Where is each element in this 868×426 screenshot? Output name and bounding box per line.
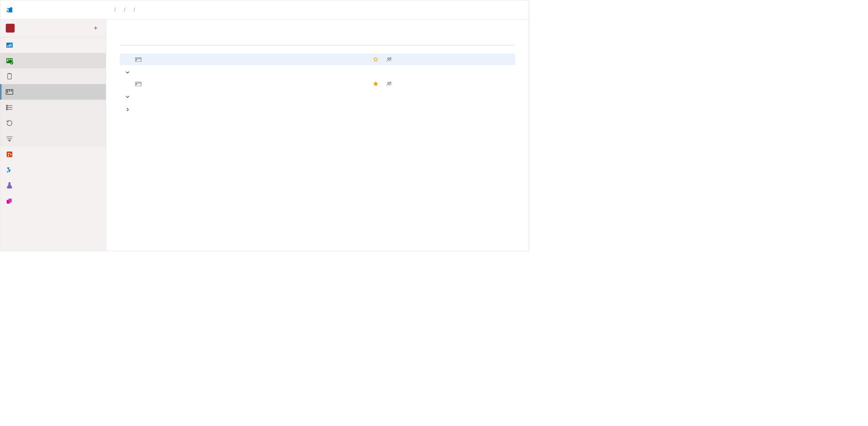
pipelines-icon xyxy=(6,166,13,174)
team-icon xyxy=(386,81,392,87)
board-icon xyxy=(135,57,141,62)
chevron-down-icon xyxy=(125,94,130,99)
sidebar-sub-backlogs[interactable] xyxy=(0,100,106,115)
sidebar-sub-boards[interactable] xyxy=(0,84,106,100)
sidebar-item-boards[interactable] xyxy=(0,53,106,69)
columns-header xyxy=(120,40,515,45)
board-row[interactable] xyxy=(120,54,515,65)
top-header: / / / xyxy=(0,0,529,19)
overview-icon xyxy=(6,41,13,49)
star-icon[interactable] xyxy=(373,81,379,87)
repos-icon xyxy=(6,151,13,158)
breadcrumb: / / / xyxy=(110,7,139,13)
main-content xyxy=(106,19,529,251)
artifacts-icon xyxy=(6,197,13,205)
sidebar-item-pipelines[interactable] xyxy=(0,162,106,178)
breadcrumb-sep: / xyxy=(114,7,116,13)
chevron-right-icon xyxy=(125,107,130,112)
backlogs-icon xyxy=(6,104,13,111)
section-favorites[interactable] xyxy=(120,65,515,78)
boards-sub-nav xyxy=(0,69,106,147)
section-all-boards[interactable] xyxy=(120,102,515,115)
star-icon[interactable] xyxy=(373,56,379,62)
sidebar: + xyxy=(0,19,106,251)
testplans-icon xyxy=(6,182,13,189)
sidebar-item-repos[interactable] xyxy=(0,147,106,162)
azure-devops-logo-icon[interactable] xyxy=(6,6,13,14)
breadcrumb-sep: / xyxy=(134,7,135,13)
board-icon xyxy=(6,88,13,96)
board-row[interactable] xyxy=(120,78,515,90)
board-icon xyxy=(135,81,141,86)
sidebar-sub-sprints[interactable] xyxy=(0,115,106,131)
section-continue xyxy=(120,45,515,54)
queries-icon xyxy=(6,135,13,142)
workitems-icon xyxy=(6,73,13,80)
boards-icon xyxy=(6,57,13,64)
sidebar-item-testplans[interactable] xyxy=(0,178,106,193)
project-header[interactable]: + xyxy=(0,19,106,37)
chevron-down-icon xyxy=(125,70,130,75)
sidebar-item-artifacts[interactable] xyxy=(0,193,106,209)
section-team-boards[interactable] xyxy=(120,90,515,102)
team-icon xyxy=(386,56,392,62)
project-badge xyxy=(6,24,15,33)
sidebar-item-overview[interactable] xyxy=(0,37,106,53)
sidebar-sub-queries[interactable] xyxy=(0,131,106,147)
add-button[interactable]: + xyxy=(91,23,100,33)
breadcrumb-sep: / xyxy=(124,7,125,13)
sprints-icon xyxy=(6,119,13,127)
sidebar-sub-workitems[interactable] xyxy=(0,69,106,84)
